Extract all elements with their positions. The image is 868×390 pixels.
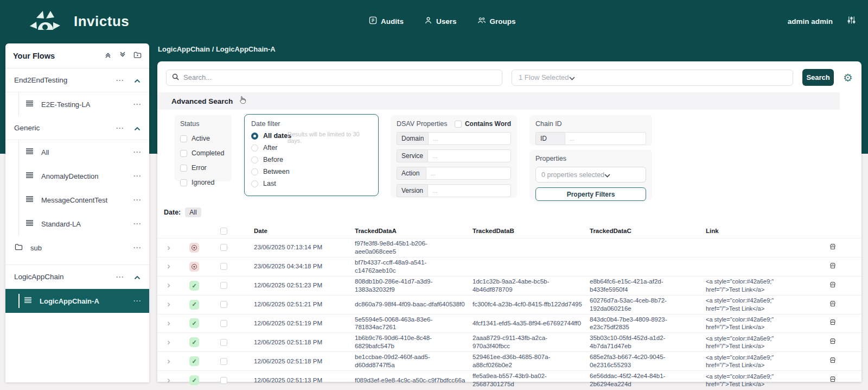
chevron-up-icon[interactable]: [134, 76, 141, 85]
row-checkbox[interactable]: [220, 320, 227, 327]
checkbox[interactable]: [180, 179, 187, 186]
sidebar-group-generic[interactable]: Generic ⋯: [5, 116, 149, 140]
property-filters-button[interactable]: Property Filters: [535, 187, 646, 201]
more-options-icon[interactable]: ⋯: [116, 274, 124, 280]
sidebar-item-standard-la[interactable]: Standard-LA ⋯: [19, 212, 149, 236]
chain-id-input[interactable]: [565, 132, 646, 145]
sidebar-group-logicappchain[interactable]: LogicAppChain ⋯: [5, 265, 149, 289]
table-row[interactable]: › ✓ 12/06/2025 02:51:19 PM 5e5594e5-0068…: [157, 314, 861, 333]
version-input[interactable]: [427, 184, 511, 197]
radio[interactable]: [251, 180, 258, 187]
select-all-checkbox[interactable]: [220, 228, 227, 235]
row-link: <a style="color:#42a6e9;" href="/">Test …: [706, 316, 812, 331]
sliders-icon[interactable]: [847, 15, 856, 27]
row-link: <a style="color:#42a6e9;" href="/">Test …: [706, 354, 812, 369]
chevron-up-icon[interactable]: [134, 123, 141, 133]
expand-chevron-icon[interactable]: ›: [167, 337, 170, 347]
date-option-between[interactable]: Between: [251, 168, 372, 175]
archive-icon[interactable]: [829, 262, 837, 272]
sidebar-item-logicappchain-a[interactable]: LogicAppChain-A ⋯: [5, 289, 149, 313]
expand-chevron-icon[interactable]: ›: [167, 318, 170, 328]
row-checkbox[interactable]: [220, 301, 227, 308]
sidebar-item-anomalydetection[interactable]: AnomalyDetection ⋯: [19, 164, 149, 188]
gear-icon[interactable]: ⚙: [843, 72, 853, 83]
more-options-icon[interactable]: ⋯: [116, 125, 124, 131]
table-row[interactable]: › ✓ 12/06/2025 02:51:18 PM be1ccbae-09d2…: [157, 351, 861, 370]
checkbox[interactable]: [180, 150, 187, 157]
status-option-active[interactable]: Active: [180, 135, 226, 142]
search-input[interactable]: [183, 73, 496, 81]
header-trackeddatab: TrackedDataB: [473, 227, 590, 235]
status-option-error[interactable]: Error: [180, 164, 226, 172]
archive-icon[interactable]: [829, 375, 837, 385]
expand-chevron-icon[interactable]: ›: [167, 299, 170, 309]
advanced-search-header[interactable]: Advanced Search: [157, 92, 840, 110]
table-row[interactable]: › 23/06/2025 07:13:14 PM f97fe3f8-9e8d-4…: [157, 238, 861, 257]
archive-icon[interactable]: [829, 318, 837, 328]
table-row[interactable]: › 23/06/2025 04:34:18 PM bf7b4337-ccff-4…: [157, 257, 861, 276]
expand-chevron-icon[interactable]: ›: [167, 280, 170, 290]
nav-item-groups[interactable]: Groups: [477, 16, 516, 26]
row-checkbox[interactable]: [220, 358, 227, 365]
expand-chevron-icon[interactable]: ›: [167, 243, 170, 252]
sidebar-item-e2e-testing-la[interactable]: E2E-Testing-LA ⋯: [19, 92, 149, 116]
status-option-completed[interactable]: Completed: [180, 149, 226, 157]
checkbox[interactable]: [180, 135, 187, 142]
flow-select-dropdown[interactable]: 1 Flow Selected: [512, 70, 793, 86]
properties-dropdown[interactable]: 0 properties selected: [535, 167, 646, 183]
invictus-logo-icon: [28, 8, 62, 34]
more-options-icon[interactable]: ⋯: [133, 221, 142, 227]
archive-icon[interactable]: [829, 281, 837, 291]
row-checkbox[interactable]: [220, 263, 227, 270]
more-options-icon[interactable]: ⋯: [133, 173, 142, 179]
chevron-up-icon[interactable]: [134, 272, 141, 282]
sidebar-folder-sub[interactable]: sub ⋯: [5, 236, 149, 260]
table-row[interactable]: › ✓ 12/06/2025 02:51:21 PM dc860a79-98f4…: [157, 295, 861, 314]
expand-chevron-icon[interactable]: ›: [167, 261, 170, 271]
row-checkbox[interactable]: [220, 244, 227, 251]
radio-selected[interactable]: [251, 133, 258, 140]
checkbox[interactable]: [180, 165, 187, 172]
date-option-before[interactable]: Before: [251, 156, 372, 163]
more-options-icon[interactable]: ⋯: [116, 78, 124, 83]
date-filter-chip[interactable]: All: [185, 207, 201, 217]
row-checkbox[interactable]: [220, 377, 227, 384]
status-option-ignored[interactable]: Ignored: [180, 179, 226, 186]
table-row[interactable]: › ✓ 12/06/2025 02:51:23 PM 808db1b0-286e…: [157, 276, 861, 295]
sidebar-item-all[interactable]: All ⋯: [19, 140, 149, 164]
expand-all-icon[interactable]: [119, 51, 126, 61]
table-row[interactable]: › ✓ 12/06/2025 02:51:13 PM f089d3ef-e9e8…: [157, 370, 861, 389]
service-input[interactable]: [427, 149, 511, 162]
more-options-icon[interactable]: ⋯: [133, 197, 142, 203]
nav-item-users[interactable]: Users: [424, 16, 457, 26]
date-option-last[interactable]: Last: [251, 180, 372, 187]
row-checkbox[interactable]: [220, 282, 227, 289]
contains-word-option[interactable]: Contains Word: [455, 120, 511, 128]
row-checkbox[interactable]: [220, 339, 227, 346]
expand-chevron-icon[interactable]: ›: [167, 375, 170, 385]
more-options-icon[interactable]: ⋯: [133, 245, 142, 250]
radio[interactable]: [251, 168, 258, 175]
archive-icon[interactable]: [829, 300, 837, 310]
archive-icon[interactable]: [829, 243, 837, 253]
table-row[interactable]: › ✓ 12/06/2025 02:51:18 PM 1b6b9c76-90d6…: [157, 332, 861, 351]
date-option-after[interactable]: After: [251, 144, 372, 152]
search-button[interactable]: Search: [802, 69, 834, 86]
add-folder-icon[interactable]: [133, 51, 142, 61]
more-options-icon[interactable]: ⋯: [133, 102, 142, 107]
search-box: [166, 70, 502, 86]
more-options-icon[interactable]: ⋯: [133, 149, 142, 155]
radio[interactable]: [251, 156, 258, 163]
collapse-all-icon[interactable]: [104, 51, 112, 61]
expand-chevron-icon[interactable]: ›: [167, 356, 170, 366]
radio[interactable]: [251, 144, 258, 152]
archive-icon[interactable]: [829, 356, 837, 366]
sidebar-group-end2endtesting[interactable]: End2EndTesting ⋯: [5, 68, 149, 92]
domain-input[interactable]: [428, 132, 511, 145]
checkbox[interactable]: [455, 121, 462, 128]
action-input[interactable]: [426, 167, 511, 180]
archive-icon[interactable]: [829, 337, 837, 347]
nav-item-audits[interactable]: Audits: [369, 16, 404, 26]
sidebar-item-messagecontenttest[interactable]: MessageContentTest ⋯: [19, 188, 149, 212]
more-options-icon[interactable]: ⋯: [133, 298, 142, 304]
